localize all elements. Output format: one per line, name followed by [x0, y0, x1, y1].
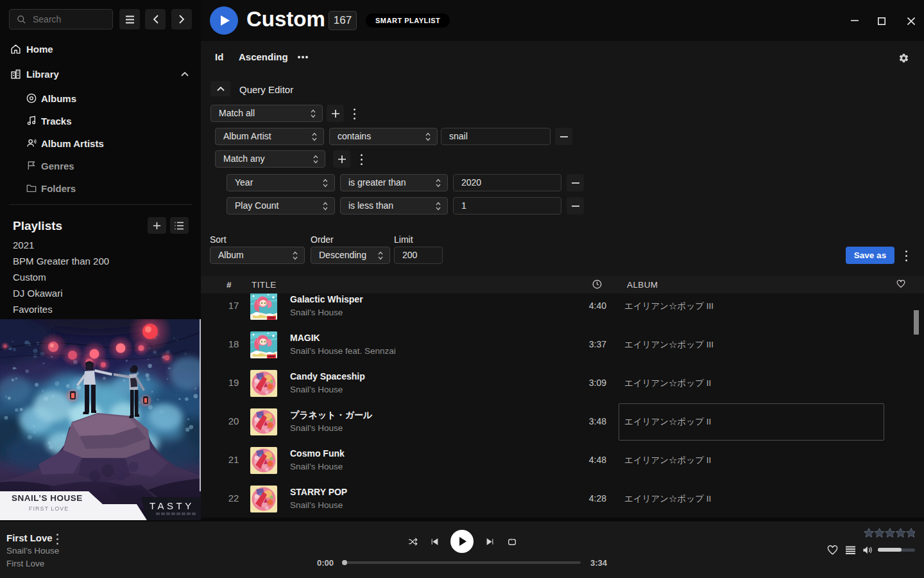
svg-text:FIRST LOVE: FIRST LOVE: [29, 505, 69, 512]
svg-text:TASTY: TASTY: [150, 500, 194, 511]
svg-text:SNAIL’S HOUSE: SNAIL’S HOUSE: [12, 493, 83, 503]
